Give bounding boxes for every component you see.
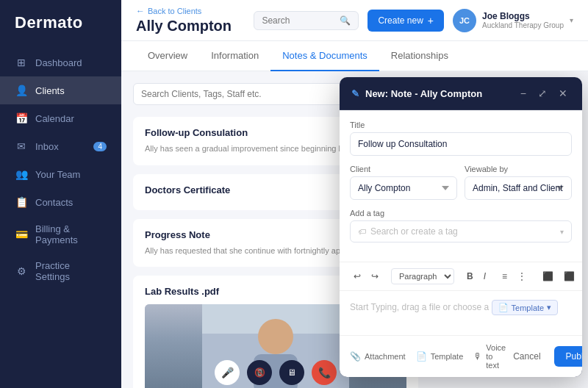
- editor-area[interactable]: Start Typing, drag a file or choose a 📄 …: [340, 291, 582, 335]
- search-input[interactable]: [262, 15, 335, 26]
- sidebar-item-billing[interactable]: 💳 Billing & Payments: [0, 216, 121, 253]
- billing-icon: 💳: [15, 228, 28, 241]
- user-group: Auckland Therapy Group: [482, 21, 564, 29]
- voice-label: Voice to text: [486, 343, 506, 370]
- sidebar-item-label: Your Team: [35, 169, 80, 180]
- align-right-button[interactable]: ⬛: [581, 269, 582, 284]
- title-field-group: Title: [350, 121, 572, 156]
- client-label: Client: [350, 165, 457, 173]
- attachment-action[interactable]: 📎 Attachment: [350, 351, 406, 362]
- edit-icon: ✎: [351, 88, 359, 99]
- template-label: Template: [431, 352, 464, 361]
- italic-button[interactable]: I: [480, 269, 490, 284]
- list-ordered-button[interactable]: ⋮: [514, 269, 530, 284]
- maximize-button[interactable]: ⤢: [535, 86, 550, 101]
- paragraph-select[interactable]: Paragraph: [391, 268, 454, 284]
- voice-icon: 🎙: [473, 351, 482, 362]
- chevron-down-icon: ▾: [570, 16, 573, 24]
- svg-point-2: [258, 319, 293, 354]
- template-icon: 📄: [498, 303, 509, 312]
- plus-icon: +: [428, 15, 434, 26]
- modal-controls: − ⤢ ✕: [517, 86, 570, 101]
- tab-notes-documents[interactable]: Notes & Documents: [270, 41, 379, 71]
- sidebar-item-label: Billing & Payments: [35, 223, 107, 245]
- create-btn-label: Create new: [378, 15, 423, 26]
- align-left-button[interactable]: ⬛: [539, 269, 557, 284]
- sidebar-item-label: Clients: [35, 85, 65, 96]
- close-button[interactable]: ✕: [556, 86, 570, 101]
- end-call-button[interactable]: 📞: [312, 360, 337, 385]
- client-viewable-row: Client Ally Compton Viewable by Admin, S…: [350, 165, 572, 200]
- tab-information[interactable]: Information: [199, 41, 270, 71]
- viewable-select[interactable]: Admin, Staff and Client: [465, 176, 572, 200]
- tab-relationships[interactable]: Relationships: [379, 41, 460, 71]
- voice-action[interactable]: 🎙 Voice to text: [473, 343, 506, 370]
- list-button[interactable]: ≡: [498, 269, 511, 284]
- sidebar-item-calendar[interactable]: 📅 Calendar: [0, 104, 121, 132]
- user-dropdown[interactable]: JC Joe Bloggs Auckland Therapy Group ▾: [453, 9, 573, 32]
- back-link-text: Back to Clients: [148, 7, 201, 15]
- clients-icon: 👤: [15, 84, 28, 97]
- modal-footer: 📎 Attachment 📄 Template 🎙 Voice to text: [340, 335, 582, 377]
- client-field-group: Client Ally Compton: [350, 165, 457, 200]
- app-logo: Dermato: [0, 0, 121, 46]
- align-center-button[interactable]: ⬛: [560, 269, 578, 284]
- tag-chevron-icon: ▾: [560, 228, 564, 236]
- inbox-icon: ✉: [15, 140, 28, 153]
- viewable-label: Viewable by: [465, 165, 572, 173]
- tag-label: Add a tag: [350, 209, 572, 218]
- publish-button[interactable]: Publish: [554, 346, 582, 367]
- user-name: Joe Bloggs: [482, 11, 564, 21]
- sidebar-item-settings[interactable]: ⚙ Practice Settings: [0, 253, 121, 290]
- tag-field-group: Add a tag 🏷 Search or create a tag ▾: [350, 209, 572, 242]
- tabs: Overview Information Notes & Documents R…: [121, 41, 588, 71]
- minimize-button[interactable]: −: [517, 86, 529, 101]
- search-box[interactable]: 🔍: [254, 11, 359, 30]
- title-input[interactable]: [350, 132, 572, 156]
- avatar: JC: [453, 9, 476, 32]
- page-title: Ally Compton: [136, 18, 232, 35]
- tag-input[interactable]: 🏷 Search or create a tag ▾: [350, 220, 572, 242]
- calendar-icon: 📅: [15, 112, 28, 125]
- template-action[interactable]: 📄 Template: [416, 351, 464, 362]
- viewable-field-group: Viewable by Admin, Staff and Client: [465, 165, 572, 200]
- sidebar-item-dashboard[interactable]: ⊞ Dashboard: [0, 48, 121, 76]
- sidebar-item-label: Inbox: [35, 141, 59, 152]
- sidebar: Dermato ⊞ Dashboard 👤 Clients 📅 Calendar…: [0, 0, 121, 388]
- bold-button[interactable]: B: [463, 269, 477, 284]
- tab-overview[interactable]: Overview: [136, 41, 199, 71]
- screen-share-button[interactable]: 🖥: [279, 360, 304, 385]
- sidebar-item-contacts[interactable]: 📋 Contacts: [0, 188, 121, 216]
- main-content: ← Back to Clients Ally Compton 🔍 Create …: [121, 0, 588, 388]
- back-link[interactable]: ← Back to Clients: [136, 6, 232, 16]
- template-button[interactable]: 📄 Template ▾: [492, 300, 559, 315]
- title-label: Title: [350, 121, 572, 129]
- modal-body: Title Client Ally Compton: [340, 110, 582, 262]
- editor-toolbar: ↩ ↪ Paragraph B I ≡ ⋮: [340, 262, 582, 291]
- sidebar-item-label: Practice Settings: [35, 260, 107, 282]
- redo-button[interactable]: ↪: [368, 269, 382, 284]
- tag-search-icon: 🏷: [358, 227, 366, 236]
- inbox-badge: 4: [93, 142, 107, 151]
- contacts-icon: 📋: [15, 195, 28, 209]
- header-right: 🔍 Create new + JC Joe Bloggs Auckland Th…: [254, 9, 573, 32]
- editor-placeholder: Start Typing, drag a file or choose a: [350, 302, 489, 312]
- mute-button[interactable]: 🎤: [215, 360, 240, 385]
- sidebar-item-clients[interactable]: 👤 Clients: [0, 76, 121, 104]
- settings-icon: ⚙: [15, 265, 28, 278]
- tag-placeholder: Search or create a tag: [370, 226, 458, 237]
- back-arrow-icon: ←: [136, 6, 145, 16]
- team-icon: 👥: [15, 168, 28, 181]
- sidebar-item-inbox[interactable]: ✉ Inbox 4: [0, 132, 121, 160]
- create-new-button[interactable]: Create new +: [368, 10, 444, 32]
- template-chevron-icon: ▾: [547, 303, 551, 312]
- sidebar-item-label: Dashboard: [35, 57, 82, 68]
- camera-off-button[interactable]: 📵: [247, 360, 272, 385]
- sidebar-item-your-team[interactable]: 👥 Your Team: [0, 160, 121, 188]
- modal-title: ✎ New: Note - Ally Compton: [351, 88, 482, 99]
- client-select[interactable]: Ally Compton: [350, 176, 457, 200]
- user-info: Joe Bloggs Auckland Therapy Group: [482, 11, 564, 29]
- undo-button[interactable]: ↩: [350, 269, 365, 284]
- cancel-button[interactable]: Cancel: [506, 347, 548, 366]
- content-body: 🔍 Follow-up Consulation Ally has seen a …: [121, 71, 588, 388]
